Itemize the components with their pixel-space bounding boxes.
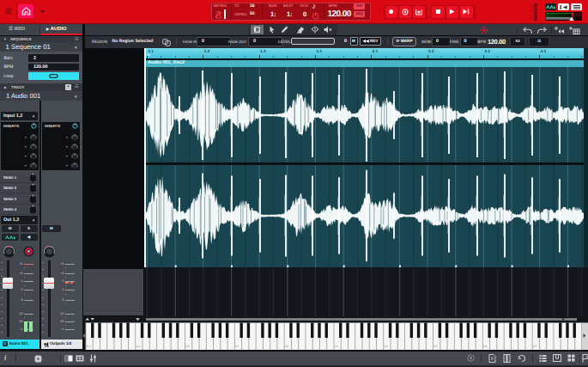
svg-text:C2: C2 <box>285 345 288 348</box>
svg-text:C0: C0 <box>185 345 189 348</box>
svg-text:C-1: C-1 <box>136 345 141 348</box>
svg-text:C4: C4 <box>385 345 388 348</box>
svg-text:C7: C7 <box>533 345 536 348</box>
svg-text:C6: C6 <box>483 345 487 348</box>
svg-text:C3: C3 <box>335 345 338 348</box>
svg-text:C-2: C-2 <box>87 345 91 348</box>
svg-text:C1: C1 <box>235 345 239 348</box>
svg-text:C5: C5 <box>433 345 437 348</box>
